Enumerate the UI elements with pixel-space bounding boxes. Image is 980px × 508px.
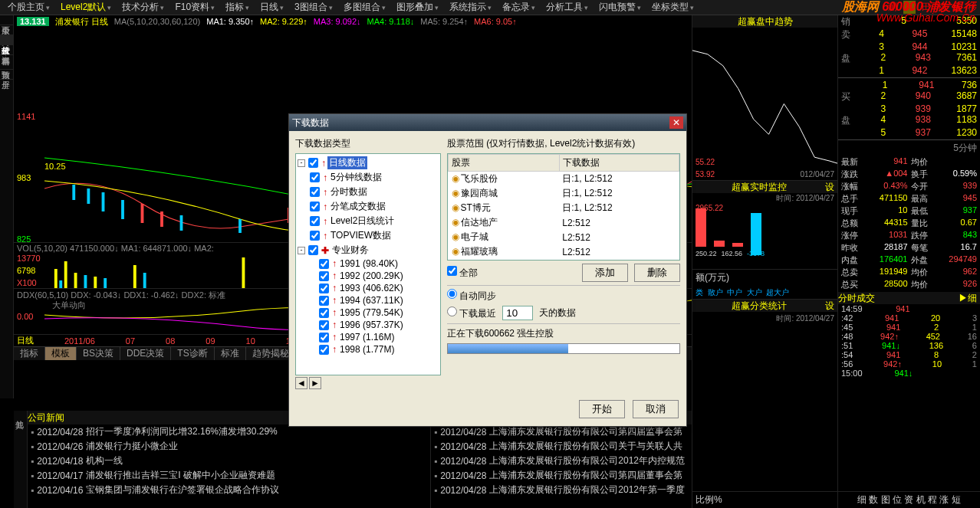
bar-scatter <box>696 208 706 247</box>
year-item[interactable]: ↑1991 (98.40K) <box>298 257 439 270</box>
tree-checkbox[interactable] <box>310 202 320 211</box>
year-item[interactable]: ↑1995 (779.54K) <box>298 306 439 319</box>
add-button[interactable]: 添加 <box>582 264 628 282</box>
stock-row[interactable]: ◉福耀玻璃L2:512 <box>449 244 679 259</box>
menu-item[interactable]: 图形叠加▾ <box>392 1 443 14</box>
trend-curve[interactable]: 012/04/27 55.22 53.92 <box>692 28 837 181</box>
dialog-titlebar[interactable]: 下载数据 ✕ <box>289 114 686 131</box>
vtab-fullscreen[interactable]: 全屏 <box>0 70 13 80</box>
expand-icon[interactable]: - <box>298 159 305 167</box>
year-item[interactable]: ↑1998 (1.77M) <box>298 343 439 356</box>
year-item[interactable]: ↑1996 (957.37K) <box>298 319 439 331</box>
arrow-up-icon: ↑ <box>323 216 327 227</box>
year-checkbox[interactable] <box>319 259 329 269</box>
tree-checkbox[interactable] <box>310 216 320 226</box>
year-checkbox[interactable] <box>319 345 329 355</box>
gear-icon[interactable]: 设 <box>825 181 834 194</box>
news-row[interactable]: ▪2012/04/17浦发银行推出吉祥三宝I 破解中小企业融资难题 <box>28 468 430 483</box>
arrow-up-icon: ↑ <box>332 295 337 306</box>
year-item[interactable]: ↑1993 (406.62K) <box>298 282 439 294</box>
tree-item[interactable]: ↑分时数据 <box>298 185 439 199</box>
curve-date: 012/04/27 <box>801 170 835 179</box>
news-vtab[interactable]: 其他 <box>14 411 28 508</box>
arrow-up-icon: ↑ <box>332 258 337 269</box>
news-row[interactable]: ▪2012/04/16宝钢集团与浦发银行在沪签署银企战略合作协议 <box>28 483 430 497</box>
menu-item[interactable]: 指标▾ <box>221 1 254 14</box>
expand-icon[interactable]: - <box>298 247 305 254</box>
year-checkbox[interactable] <box>319 308 329 318</box>
vtab-fundamentals[interactable]: 基本资料 <box>0 45 13 55</box>
download-recent-radio[interactable]: 下载最近 <box>447 306 496 320</box>
stock-table[interactable]: 股票 下载数据 ◉飞乐股份日:1, L2:512◉豫园商城日:1, L2:512… <box>447 153 680 261</box>
tree-checkbox[interactable] <box>310 231 320 241</box>
start-button[interactable]: 开始 <box>579 400 625 418</box>
tree-item[interactable]: ↑分笔成交数据 <box>298 199 439 214</box>
menu-item[interactable]: 闪电预警▾ <box>594 1 646 14</box>
menu-item[interactable]: 备忘录▾ <box>498 1 540 14</box>
days-input[interactable] <box>502 306 533 320</box>
ticks-sub[interactable]: ▶细 <box>959 292 977 305</box>
ticks-list[interactable]: 14:59941:42941203:4594121:48942↑45216:51… <box>838 304 980 491</box>
tree-checkbox[interactable] <box>308 158 318 168</box>
tree-checkbox[interactable] <box>310 187 320 197</box>
year-checkbox[interactable] <box>319 296 329 306</box>
menu-item[interactable]: 分析工具▾ <box>541 1 593 14</box>
stock-row[interactable]: ◉飞乐股份日:1, L2:512 <box>449 172 679 187</box>
auto-sync-radio[interactable]: 自动同步 <box>447 289 496 303</box>
stock-row[interactable]: ◉新南洋 <box>449 259 679 261</box>
scroll-right-icon[interactable]: ► <box>309 377 321 389</box>
close-icon[interactable]: ✕ <box>669 116 683 129</box>
arrow-up-icon: ↑ <box>332 320 337 330</box>
all-checkbox[interactable]: 全部 <box>447 266 478 280</box>
vtab-main[interactable]: 个股主页 <box>0 15 13 25</box>
delete-button[interactable]: 删除 <box>634 264 680 282</box>
btab-indicator[interactable]: 指标 <box>14 347 45 360</box>
news-row[interactable]: ▪2012/04/18机构一线 <box>28 454 430 468</box>
stock-row[interactable]: ◉豫园商城日:1, L2:512 <box>449 186 679 201</box>
tree-item[interactable]: ↑TOPVIEW数据 <box>298 228 439 243</box>
stock-row[interactable]: ◉信达地产L2:512 <box>449 215 679 230</box>
btab-standard[interactable]: 标准 <box>215 347 246 360</box>
gear-icon[interactable]: 设 <box>825 300 834 313</box>
col-data[interactable]: 下载数据 <box>559 155 679 172</box>
tree-item[interactable]: ↑Level2日线统计 <box>298 214 439 228</box>
btab-dde[interactable]: DDE决策 <box>120 347 171 360</box>
vtab-forecast[interactable]: 1致预言 <box>0 55 13 70</box>
year-checkbox[interactable] <box>319 283 329 293</box>
vtab-technical[interactable]: 技术分析 <box>0 35 13 45</box>
menu-item[interactable]: F10资料▾ <box>170 1 219 14</box>
vtab-intraday[interactable]: 分时走势 <box>0 25 13 35</box>
menu-item[interactable]: Level2默认▾ <box>56 1 116 14</box>
btab-ts[interactable]: TS诊断 <box>171 347 214 360</box>
menu-item[interactable]: 技术分析▾ <box>117 1 169 14</box>
year-checkbox[interactable] <box>319 271 329 281</box>
year-checkbox[interactable] <box>319 320 329 330</box>
svg-rect-20 <box>143 273 146 288</box>
year-checkbox[interactable] <box>319 333 329 342</box>
stock-row[interactable]: ◉电子城L2:512 <box>449 230 679 244</box>
menu-item[interactable]: 系统指示▾ <box>445 1 496 14</box>
col-stock[interactable]: 股票 <box>449 155 560 172</box>
menu-item[interactable]: 日线▾ <box>255 1 288 14</box>
tree-checkbox[interactable] <box>308 245 318 255</box>
tree-item[interactable]: ↑5分钟线数据 <box>298 170 439 185</box>
bottom-mini-tabs[interactable]: 细 数 图 位 资 机 程 涨 短 <box>838 491 980 508</box>
tree-checkbox[interactable] <box>310 172 320 182</box>
menu-item[interactable]: 个股主页▾ <box>3 1 54 14</box>
menu-item[interactable]: 坐标类型▾ <box>647 1 699 14</box>
monitor-date: 时间: 2012/04/27 <box>692 193 837 204</box>
data-type-tree[interactable]: -↑日线数据↑5分钟线数据↑分时数据↑分笔成交数据↑Level2日线统计↑TOP… <box>295 153 441 375</box>
scroll-left-icon[interactable]: ◄ <box>295 377 307 389</box>
stock-row[interactable]: ◉ST博元日:1, L2:512 <box>449 201 679 215</box>
cancel-button[interactable]: 取消 <box>633 400 679 418</box>
year-item[interactable]: ↑1997 (1.16M) <box>298 331 439 343</box>
year-item[interactable]: ↑1994 (637.11K) <box>298 294 439 306</box>
menu-item[interactable]: 3图组合▾ <box>290 1 337 14</box>
btab-bs[interactable]: BS决策 <box>77 347 120 360</box>
year-item[interactable]: ↑1992 (200.29K) <box>298 270 439 282</box>
menu-item[interactable]: 多图组合▾ <box>339 1 390 14</box>
btab-template[interactable]: 模板 <box>45 347 77 360</box>
tree-item[interactable]: -↑日线数据 <box>298 156 439 170</box>
tree-item[interactable]: -✚专业财务 <box>298 243 439 257</box>
news-row[interactable]: ▪2012/04/26浦发银行力挺小微企业 <box>28 439 430 454</box>
